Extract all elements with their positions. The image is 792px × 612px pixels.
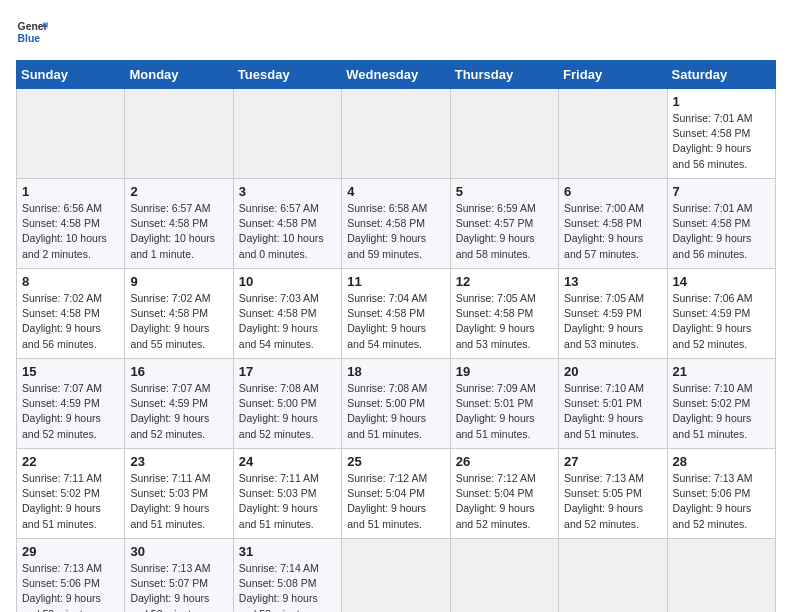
day-header-sunday: Sunday [17, 61, 125, 89]
day-number: 6 [564, 184, 661, 199]
svg-text:Blue: Blue [18, 33, 41, 44]
day-number: 18 [347, 364, 444, 379]
day-cell: 1Sunrise: 7:01 AMSunset: 4:58 PMDaylight… [667, 89, 775, 179]
day-cell: 8Sunrise: 7:02 AMSunset: 4:58 PMDaylight… [17, 269, 125, 359]
day-cell: 25Sunrise: 7:12 AMSunset: 5:04 PMDayligh… [342, 449, 450, 539]
day-cell [450, 539, 558, 613]
day-header-wednesday: Wednesday [342, 61, 450, 89]
day-cell: 28Sunrise: 7:13 AMSunset: 5:06 PMDayligh… [667, 449, 775, 539]
day-info: Sunrise: 7:00 AMSunset: 4:58 PMDaylight:… [564, 201, 661, 262]
logo-icon: General Blue [16, 16, 48, 48]
day-cell: 18Sunrise: 7:08 AMSunset: 5:00 PMDayligh… [342, 359, 450, 449]
day-number: 24 [239, 454, 336, 469]
day-cell: 3Sunrise: 6:57 AMSunset: 4:58 PMDaylight… [233, 179, 341, 269]
day-cell: 17Sunrise: 7:08 AMSunset: 5:00 PMDayligh… [233, 359, 341, 449]
day-info: Sunrise: 7:02 AMSunset: 4:58 PMDaylight:… [22, 291, 119, 352]
day-number: 14 [673, 274, 770, 289]
day-header-saturday: Saturday [667, 61, 775, 89]
day-cell: 19Sunrise: 7:09 AMSunset: 5:01 PMDayligh… [450, 359, 558, 449]
day-header-thursday: Thursday [450, 61, 558, 89]
day-cell: 23Sunrise: 7:11 AMSunset: 5:03 PMDayligh… [125, 449, 233, 539]
day-number: 2 [130, 184, 227, 199]
day-number: 7 [673, 184, 770, 199]
day-cell: 24Sunrise: 7:11 AMSunset: 5:03 PMDayligh… [233, 449, 341, 539]
day-info: Sunrise: 7:12 AMSunset: 5:04 PMDaylight:… [456, 471, 553, 532]
day-cell: 30Sunrise: 7:13 AMSunset: 5:07 PMDayligh… [125, 539, 233, 613]
day-cell: 26Sunrise: 7:12 AMSunset: 5:04 PMDayligh… [450, 449, 558, 539]
day-header-friday: Friday [559, 61, 667, 89]
day-info: Sunrise: 7:13 AMSunset: 5:07 PMDaylight:… [130, 561, 227, 612]
day-number: 25 [347, 454, 444, 469]
week-row-5: 22Sunrise: 7:11 AMSunset: 5:02 PMDayligh… [17, 449, 776, 539]
day-number: 1 [673, 94, 770, 109]
day-info: Sunrise: 7:12 AMSunset: 5:04 PMDaylight:… [347, 471, 444, 532]
day-cell: 22Sunrise: 7:11 AMSunset: 5:02 PMDayligh… [17, 449, 125, 539]
week-row-1: 1Sunrise: 7:01 AMSunset: 4:58 PMDaylight… [17, 89, 776, 179]
day-info: Sunrise: 7:14 AMSunset: 5:08 PMDaylight:… [239, 561, 336, 612]
day-info: Sunrise: 7:11 AMSunset: 5:02 PMDaylight:… [22, 471, 119, 532]
day-cell [17, 89, 125, 179]
day-info: Sunrise: 7:10 AMSunset: 5:02 PMDaylight:… [673, 381, 770, 442]
day-number: 16 [130, 364, 227, 379]
day-cell [342, 89, 450, 179]
day-cell: 20Sunrise: 7:10 AMSunset: 5:01 PMDayligh… [559, 359, 667, 449]
week-row-6: 29Sunrise: 7:13 AMSunset: 5:06 PMDayligh… [17, 539, 776, 613]
day-info: Sunrise: 7:08 AMSunset: 5:00 PMDaylight:… [347, 381, 444, 442]
day-info: Sunrise: 6:58 AMSunset: 4:58 PMDaylight:… [347, 201, 444, 262]
day-number: 19 [456, 364, 553, 379]
day-number: 11 [347, 274, 444, 289]
day-number: 1 [22, 184, 119, 199]
day-number: 26 [456, 454, 553, 469]
day-info: Sunrise: 7:06 AMSunset: 4:59 PMDaylight:… [673, 291, 770, 352]
day-info: Sunrise: 7:13 AMSunset: 5:05 PMDaylight:… [564, 471, 661, 532]
day-number: 5 [456, 184, 553, 199]
day-info: Sunrise: 7:13 AMSunset: 5:06 PMDaylight:… [673, 471, 770, 532]
day-cell [125, 89, 233, 179]
day-header-monday: Monday [125, 61, 233, 89]
day-cell: 14Sunrise: 7:06 AMSunset: 4:59 PMDayligh… [667, 269, 775, 359]
day-number: 12 [456, 274, 553, 289]
day-cell: 27Sunrise: 7:13 AMSunset: 5:05 PMDayligh… [559, 449, 667, 539]
day-info: Sunrise: 7:01 AMSunset: 4:58 PMDaylight:… [673, 111, 770, 172]
day-number: 10 [239, 274, 336, 289]
day-number: 15 [22, 364, 119, 379]
day-cell: 21Sunrise: 7:10 AMSunset: 5:02 PMDayligh… [667, 359, 775, 449]
day-number: 17 [239, 364, 336, 379]
day-cell: 16Sunrise: 7:07 AMSunset: 4:59 PMDayligh… [125, 359, 233, 449]
day-number: 29 [22, 544, 119, 559]
day-number: 3 [239, 184, 336, 199]
page-header: General Blue [16, 16, 776, 48]
header-row: SundayMondayTuesdayWednesdayThursdayFrid… [17, 61, 776, 89]
day-info: Sunrise: 7:09 AMSunset: 5:01 PMDaylight:… [456, 381, 553, 442]
day-cell: 15Sunrise: 7:07 AMSunset: 4:59 PMDayligh… [17, 359, 125, 449]
day-cell [233, 89, 341, 179]
day-number: 13 [564, 274, 661, 289]
day-cell: 1Sunrise: 6:56 AMSunset: 4:58 PMDaylight… [17, 179, 125, 269]
day-cell: 5Sunrise: 6:59 AMSunset: 4:57 PMDaylight… [450, 179, 558, 269]
day-cell [559, 89, 667, 179]
day-cell [450, 89, 558, 179]
day-cell [559, 539, 667, 613]
day-number: 9 [130, 274, 227, 289]
day-info: Sunrise: 7:08 AMSunset: 5:00 PMDaylight:… [239, 381, 336, 442]
day-number: 31 [239, 544, 336, 559]
day-cell [667, 539, 775, 613]
day-info: Sunrise: 7:10 AMSunset: 5:01 PMDaylight:… [564, 381, 661, 442]
day-number: 23 [130, 454, 227, 469]
day-info: Sunrise: 7:07 AMSunset: 4:59 PMDaylight:… [130, 381, 227, 442]
week-row-3: 8Sunrise: 7:02 AMSunset: 4:58 PMDaylight… [17, 269, 776, 359]
day-info: Sunrise: 7:02 AMSunset: 4:58 PMDaylight:… [130, 291, 227, 352]
week-row-4: 15Sunrise: 7:07 AMSunset: 4:59 PMDayligh… [17, 359, 776, 449]
day-cell: 6Sunrise: 7:00 AMSunset: 4:58 PMDaylight… [559, 179, 667, 269]
day-cell: 9Sunrise: 7:02 AMSunset: 4:58 PMDaylight… [125, 269, 233, 359]
day-info: Sunrise: 7:11 AMSunset: 5:03 PMDaylight:… [239, 471, 336, 532]
day-info: Sunrise: 7:01 AMSunset: 4:58 PMDaylight:… [673, 201, 770, 262]
day-info: Sunrise: 6:57 AMSunset: 4:58 PMDaylight:… [130, 201, 227, 262]
day-number: 21 [673, 364, 770, 379]
day-number: 20 [564, 364, 661, 379]
day-cell: 4Sunrise: 6:58 AMSunset: 4:58 PMDaylight… [342, 179, 450, 269]
day-cell: 7Sunrise: 7:01 AMSunset: 4:58 PMDaylight… [667, 179, 775, 269]
day-number: 4 [347, 184, 444, 199]
day-cell: 29Sunrise: 7:13 AMSunset: 5:06 PMDayligh… [17, 539, 125, 613]
logo: General Blue [16, 16, 48, 48]
